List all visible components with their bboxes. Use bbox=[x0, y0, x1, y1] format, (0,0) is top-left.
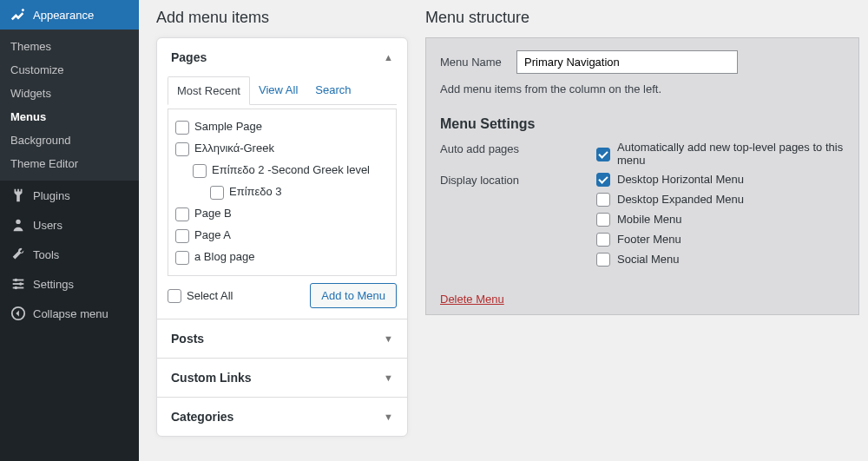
sidebar-item-tools[interactable]: Tools bbox=[0, 240, 139, 269]
chevron-down-icon: ▼ bbox=[384, 333, 393, 344]
add-to-menu-button[interactable]: Add to Menu bbox=[310, 283, 397, 308]
menu-name-input[interactable] bbox=[516, 50, 738, 74]
checkbox[interactable] bbox=[175, 207, 189, 221]
sidebar-item-label: Plugins bbox=[33, 189, 70, 202]
checkbox[interactable] bbox=[175, 121, 189, 135]
sidebar-sub-themes[interactable]: Themes bbox=[0, 35, 139, 58]
appearance-icon bbox=[10, 7, 26, 23]
pages-tabs: Most Recent View All Search bbox=[168, 76, 397, 105]
accordion-panel: Pages ▲ Most Recent View All Search Samp… bbox=[156, 37, 408, 437]
menu-structure-heading: Menu structure bbox=[425, 9, 859, 27]
sidebar-item-label: Collapse menu bbox=[33, 307, 108, 320]
location-option[interactable]: Social Menu bbox=[596, 252, 744, 267]
page-item: Page A bbox=[175, 225, 389, 247]
checkbox[interactable] bbox=[193, 164, 207, 178]
select-all[interactable]: Select All bbox=[168, 283, 233, 308]
display-location-label: Display location bbox=[440, 172, 596, 267]
checkbox[interactable] bbox=[175, 251, 189, 265]
sidebar-item-label: Tools bbox=[33, 248, 59, 261]
pages-list: Sample Page Ελληνικά-Greek Επίπεδο 2 -Se… bbox=[168, 109, 397, 276]
menu-structure-box: Menu Name Add menu items from the column… bbox=[425, 37, 859, 315]
page-item: Ελληνικά-Greek bbox=[175, 138, 389, 160]
page-item: Επίπεδο 2 -Second Greek level bbox=[175, 160, 389, 181]
auto-add-option[interactable]: Automatically add new top-level pages to… bbox=[596, 141, 845, 167]
checkbox[interactable] bbox=[596, 253, 610, 267]
page-item: Επίπεδο 3 bbox=[175, 181, 389, 203]
sidebar-item-settings[interactable]: Settings bbox=[0, 269, 139, 299]
location-option[interactable]: Footer Menu bbox=[596, 232, 744, 247]
sidebar-sub-theme-editor[interactable]: Theme Editor bbox=[0, 152, 139, 175]
chevron-up-icon: ▲ bbox=[384, 52, 393, 63]
location-option[interactable]: Mobile Menu bbox=[596, 212, 744, 227]
sidebar-sub-widgets[interactable]: Widgets bbox=[0, 82, 139, 105]
checkbox[interactable] bbox=[210, 186, 224, 200]
add-items-heading: Add menu items bbox=[156, 9, 408, 27]
svg-point-0 bbox=[16, 220, 20, 224]
sidebar-item-collapse[interactable]: Collapse menu bbox=[0, 299, 139, 328]
accordion-custom-links[interactable]: Custom Links ▼ bbox=[157, 358, 407, 397]
sidebar-item-label: Users bbox=[33, 219, 62, 232]
sidebar-item-users[interactable]: Users bbox=[0, 210, 139, 240]
accordion-title: Pages bbox=[171, 50, 207, 64]
sidebar-sub-menus[interactable]: Menus bbox=[0, 105, 139, 128]
tab-view-all[interactable]: View All bbox=[250, 76, 306, 104]
svg-point-4 bbox=[15, 279, 18, 282]
structure-hint: Add menu items from the column on the le… bbox=[440, 82, 845, 95]
page-item: Sample Page bbox=[175, 116, 389, 138]
sidebar-active-label: Appearance bbox=[33, 9, 94, 22]
page-item: Page B bbox=[175, 203, 389, 225]
checkbox[interactable] bbox=[175, 142, 189, 156]
checkbox[interactable] bbox=[596, 173, 610, 187]
checkbox[interactable] bbox=[175, 229, 189, 243]
accordion-title: Custom Links bbox=[171, 371, 252, 385]
delete-menu-link[interactable]: Delete Menu bbox=[440, 293, 504, 306]
chevron-down-icon: ▼ bbox=[384, 412, 393, 422]
menu-name-label: Menu Name bbox=[440, 56, 516, 69]
accordion-title: Posts bbox=[171, 332, 204, 346]
sidebar-submenu: Themes Customize Widgets Menus Backgroun… bbox=[0, 30, 139, 181]
svg-point-5 bbox=[19, 282, 23, 286]
accordion-title: Categories bbox=[171, 410, 233, 424]
checkbox[interactable] bbox=[596, 193, 610, 207]
location-option[interactable]: Desktop Expanded Menu bbox=[596, 192, 744, 207]
collapse-icon bbox=[10, 306, 26, 321]
checkbox[interactable] bbox=[596, 213, 610, 227]
tab-search[interactable]: Search bbox=[306, 76, 359, 104]
sidebar-active-appearance[interactable]: Appearance bbox=[0, 0, 139, 30]
accordion-pages[interactable]: Pages ▲ bbox=[157, 38, 407, 76]
tab-most-recent[interactable]: Most Recent bbox=[168, 76, 250, 105]
page-item: a Blog page bbox=[175, 247, 389, 268]
checkbox[interactable] bbox=[596, 148, 610, 161]
checkbox[interactable] bbox=[168, 289, 181, 303]
chevron-down-icon: ▼ bbox=[384, 372, 393, 383]
sidebar-item-plugins[interactable]: Plugins bbox=[0, 181, 139, 210]
sidebar-sub-background[interactable]: Background bbox=[0, 128, 139, 152]
settings-icon bbox=[10, 276, 26, 292]
admin-sidebar: Appearance Themes Customize Widgets Menu… bbox=[0, 0, 139, 461]
location-option[interactable]: Desktop Horizontal Menu bbox=[596, 172, 744, 187]
checkbox[interactable] bbox=[596, 233, 610, 247]
sidebar-item-label: Settings bbox=[33, 278, 74, 291]
sidebar-sub-customize[interactable]: Customize bbox=[0, 58, 139, 82]
plugin-icon bbox=[10, 188, 26, 203]
menu-settings-heading: Menu Settings bbox=[440, 116, 845, 132]
accordion-categories[interactable]: Categories ▼ bbox=[157, 397, 407, 436]
accordion-posts[interactable]: Posts ▼ bbox=[157, 319, 407, 358]
svg-point-6 bbox=[15, 286, 18, 290]
users-icon bbox=[10, 217, 26, 233]
auto-add-label: Auto add pages bbox=[440, 141, 596, 167]
tools-icon bbox=[10, 247, 26, 262]
